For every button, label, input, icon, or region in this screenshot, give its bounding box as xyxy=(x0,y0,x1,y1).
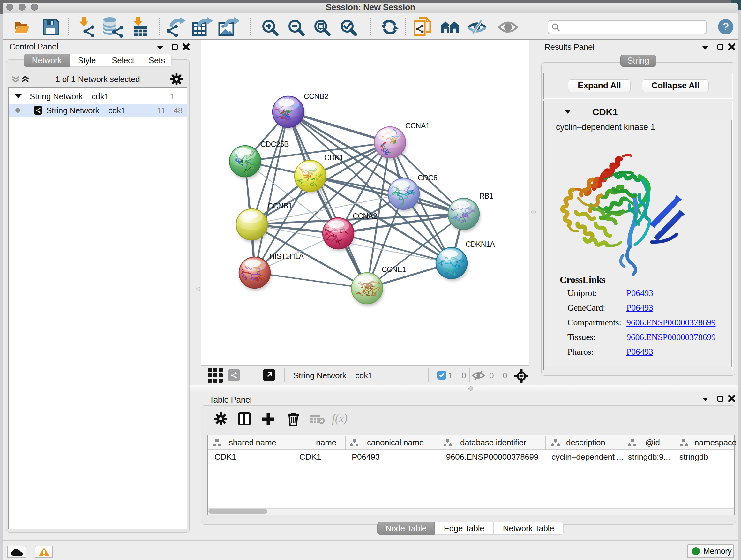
svg-text:RB1: RB1 xyxy=(479,192,493,200)
svg-text:CDKN1A: CDKN1A xyxy=(466,240,495,248)
svg-text:HIST1H1A: HIST1H1A xyxy=(269,252,304,260)
svg-text:CCNA1: CCNA1 xyxy=(405,122,429,130)
svg-text:CCNB1: CCNB1 xyxy=(268,202,292,210)
svg-text:CCNB2: CCNB2 xyxy=(304,92,328,101)
svg-text:CDC25B: CDC25B xyxy=(260,140,289,148)
svg-text:?: ? xyxy=(723,20,729,33)
svg-text:CCNE1: CCNE1 xyxy=(382,265,406,273)
svg-text:CCNA2: CCNA2 xyxy=(353,212,377,220)
svg-text:CDC6: CDC6 xyxy=(418,174,437,182)
svg-text:CDK1: CDK1 xyxy=(324,153,343,162)
